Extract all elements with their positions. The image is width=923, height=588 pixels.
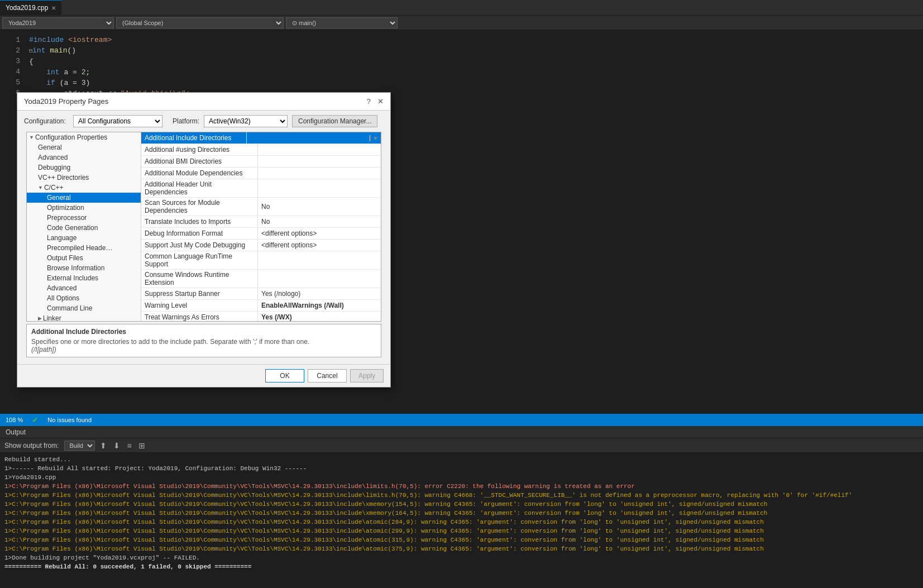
tree-item-code-gen[interactable]: Code Generation (27, 223, 141, 233)
show-output-label: Show output from: (4, 442, 59, 450)
output-line: 1>------ Rebuild All started: Project: Y… (4, 464, 919, 473)
prop-row-bmi-dirs[interactable]: Additional BMI Directories (141, 156, 381, 168)
tree-item-vc-dirs[interactable]: VC++ Directories (27, 173, 141, 183)
prop-row-clr[interactable]: Common Language RunTime Support (141, 251, 381, 270)
cancel-button[interactable]: Cancel (308, 369, 347, 383)
prop-row-module-deps[interactable]: Additional Module Dependencies (141, 168, 381, 179)
status-bar: 108 % ✔ No issues found (0, 414, 923, 426)
output-btn2[interactable]: ⬇ (112, 441, 122, 451)
platform-select[interactable]: Active(Win32) (204, 115, 288, 127)
output-header: Output (0, 426, 923, 438)
tree-arrow-config: ▼ (29, 135, 34, 140)
tree-item-debugging[interactable]: Debugging (27, 162, 141, 173)
output-btn1[interactable]: ⬆ (98, 441, 108, 451)
dialog-footer: OK Cancel Apply (17, 364, 390, 387)
dialog-close-icon[interactable]: ✕ (377, 97, 384, 106)
prop-row-startup-banner[interactable]: Suppress Startup Banner Yes (/nologo) (141, 288, 381, 300)
dialog-titlebar: Yoda2019 Property Pages ? ✕ (17, 93, 390, 111)
output-line: 1>C:\Program Files (x86)\Microsoft Visua… (4, 482, 919, 491)
desc-title: Additional Include Directories (31, 328, 376, 336)
tree-item-all-options[interactable]: All Options (27, 293, 141, 303)
prop-row-just-my-code[interactable]: Support Just My Code Debugging <differen… (141, 240, 381, 251)
prop-dropdown-btn[interactable]: ▼ (370, 135, 381, 141)
property-pages-dialog: Yoda2019 Property Pages ? ✕ Configuratio… (17, 92, 391, 388)
prop-row-header-unit-deps[interactable]: Additional Header Unit Dependencies (141, 179, 381, 198)
zoom-level: 108 % (6, 417, 23, 423)
prop-row-debug-format[interactable]: Debug Information Format <different opti… (141, 228, 381, 240)
output-panel: Output Show output from: Build ⬆ ⬇ ≡ ⊞ R… (0, 426, 923, 588)
output-line: 1>Done building project "Yoda2019.vcxpro… (4, 553, 919, 562)
tree-item-ext-includes[interactable]: External Includes (27, 273, 141, 283)
description-area: Additional Include Directories Specifies… (26, 324, 381, 357)
status-check-icon: ✔ (32, 415, 39, 424)
tree-item-optimization[interactable]: Optimization (27, 203, 141, 213)
dialog-help-icon[interactable]: ? (367, 97, 371, 106)
tree-arrow-cpp: ▼ (38, 185, 43, 190)
tree-arrow-linker: ▶ (38, 315, 42, 321)
dialog-main: ▼ Configuration Properties General Advan… (26, 132, 381, 322)
output-line: ========== Rebuild All: 0 succeeded, 1 f… (4, 562, 919, 571)
tree-item-linker[interactable]: ▶ Linker (27, 313, 141, 321)
platform-label: Platform: (173, 117, 199, 125)
apply-button[interactable]: Apply (350, 369, 384, 383)
output-line: 1>C:\Program Files (x86)\Microsoft Visua… (4, 500, 919, 509)
scope-dropdown[interactable]: (Global Scope) (116, 17, 284, 28)
prop-row-using-dirs[interactable]: Additional #using Directories (141, 144, 381, 156)
tree-item-general[interactable]: General (27, 142, 141, 152)
output-line: 1>C:\Program Files (x86)\Microsoft Visua… (4, 527, 919, 536)
output-line: 1>C:\Program Files (x86)\Microsoft Visua… (4, 536, 919, 544)
ok-button[interactable]: OK (265, 369, 304, 383)
dialog-title: Yoda2019 Property Pages (24, 97, 108, 106)
output-btn3[interactable]: ≡ (125, 441, 133, 451)
desc-path: (/I[path]) (31, 346, 376, 353)
tree-item-browse-info[interactable]: Browse Information (27, 263, 141, 273)
tree-panel: ▼ Configuration Properties General Advan… (27, 132, 141, 321)
prop-row-translate-includes[interactable]: Translate Includes to Imports No (141, 216, 381, 228)
tab-label: Yoda2019.cpp (6, 4, 48, 12)
dialog-titlebar-buttons: ? ✕ (367, 97, 384, 106)
file-dropdown[interactable]: Yoda2019 (2, 17, 114, 28)
dialog-body: Configuration: All Configurations Platfo… (17, 111, 390, 364)
prop-row-winrt[interactable]: Consume Windows Runtime Extension (141, 270, 381, 288)
tab-bar: Yoda2019.cpp ✕ (0, 0, 923, 16)
output-line: 1>C:\Program Files (x86)\Microsoft Visua… (4, 544, 919, 553)
tree-item-cmd-line[interactable]: Command Line (27, 303, 141, 313)
tree-item-config-props[interactable]: ▼ Configuration Properties (27, 132, 141, 142)
status-issues: No issues found (47, 417, 92, 423)
prop-row-scan-sources[interactable]: Scan Sources for Module Dependencies No (141, 198, 381, 216)
output-btn4[interactable]: ⊞ (137, 441, 147, 451)
prop-row-warning-level[interactable]: Warning Level EnableAllWarnings (/Wall) (141, 300, 381, 312)
tree-item-cpp[interactable]: ▼ C/C++ (27, 183, 141, 193)
config-manager-button[interactable]: Configuration Manager... (292, 115, 377, 127)
tab-yoda2019[interactable]: Yoda2019.cpp ✕ (0, 0, 62, 15)
output-toolbar: Show output from: Build ⬆ ⬇ ≡ ⊞ (0, 438, 923, 453)
tree-item-cpp-advanced[interactable]: Advanced (27, 283, 141, 293)
tab-close-icon[interactable]: ✕ (51, 5, 56, 11)
tree-item-preprocessor[interactable]: Preprocessor (27, 213, 141, 223)
show-output-select[interactable]: Build (64, 441, 95, 451)
config-row: Configuration: All Configurations Platfo… (24, 115, 384, 127)
output-line: 1>C:\Program Files (x86)\Microsoft Visua… (4, 509, 919, 518)
output-line: 1>C:\Program Files (x86)\Microsoft Visua… (4, 491, 919, 500)
tree-item-cpp-general[interactable]: General (27, 193, 141, 203)
config-label: Configuration: (24, 117, 69, 125)
desc-text: Specifies one or more directories to add… (31, 338, 376, 346)
output-line: 1>Yoda2019.cpp (4, 473, 919, 482)
nav-bar: Yoda2019 (Global Scope) ⊙ main() (0, 16, 923, 30)
tree-item-precomp[interactable]: Precompiled Heade… (27, 243, 141, 253)
output-content: Rebuild started...1>------ Rebuild All s… (0, 453, 923, 588)
output-line: Rebuild started... (4, 455, 919, 464)
output-line: 1>C:\Program Files (x86)\Microsoft Visua… (4, 518, 919, 527)
props-panel: Additional Include Directories ▼ Additio… (141, 132, 381, 321)
prop-row-treat-warnings[interactable]: Treat Warnings As Errors Yes (/WX) (141, 312, 381, 321)
tree-item-language[interactable]: Language (27, 233, 141, 243)
tree-item-advanced[interactable]: Advanced (27, 152, 141, 162)
member-dropdown[interactable]: ⊙ main() (286, 17, 398, 28)
output-title: Output (6, 428, 26, 436)
config-select[interactable]: All Configurations (73, 115, 162, 127)
prop-row-additional-include[interactable]: Additional Include Directories ▼ (141, 132, 381, 144)
tree-item-output-files[interactable]: Output Files (27, 253, 141, 263)
